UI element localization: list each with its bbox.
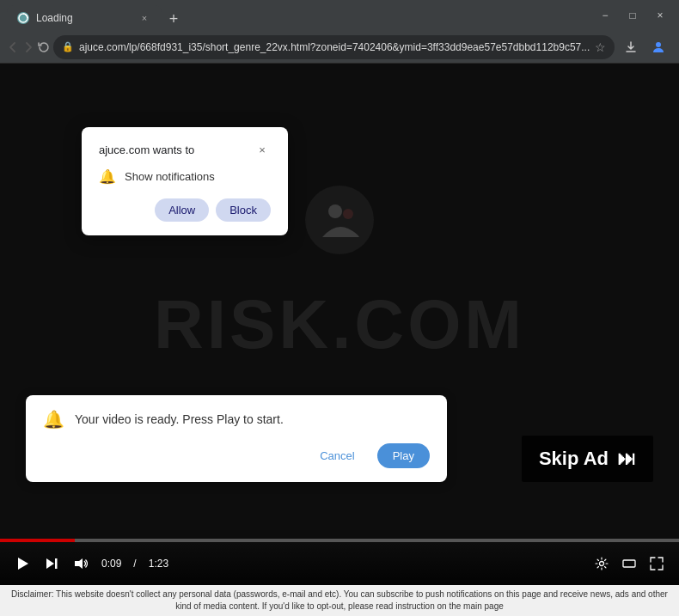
skip-ad-label: Skip Ad: [539, 448, 609, 470]
popup-header: ajuce.com wants to ×: [99, 141, 271, 158]
svg-point-11: [600, 562, 604, 566]
popup-title: ajuce.com wants to: [99, 143, 194, 156]
banner-bell-icon: 🔔: [43, 409, 64, 430]
logo-icon: [305, 186, 374, 254]
lock-icon: 🔒: [62, 41, 74, 52]
popup-buttons: Allow Block: [99, 198, 271, 222]
profile-button[interactable]: [645, 34, 671, 60]
video-controls: 0:09 / 1:23: [0, 542, 679, 585]
navigation-bar: 🔒 ajuce.com/lp/668fd931_i35/short_genre_…: [0, 31, 679, 64]
address-bar[interactable]: 🔒 ajuce.com/lp/668fd931_i35/short_genre_…: [53, 35, 615, 59]
banner-message: Your video is ready. Press Play to start…: [75, 412, 284, 426]
svg-rect-9: [55, 558, 58, 569]
tab-close-button[interactable]: ×: [138, 11, 151, 25]
active-tab[interactable]: Loading ×: [7, 5, 162, 31]
next-track-button[interactable]: [40, 552, 64, 576]
close-window-button[interactable]: ×: [648, 3, 672, 27]
popup-close-button[interactable]: ×: [254, 141, 271, 158]
title-bar: Loading × + − □ ×: [0, 0, 679, 31]
tab-title: Loading: [36, 12, 131, 24]
notification-message: Show notifications: [125, 170, 215, 183]
tab-bar: Loading × +: [7, 0, 593, 31]
browser-window: Loading × + − □ × 🔒 ajuce.com/lp/668fd93…: [0, 0, 679, 616]
minimize-button[interactable]: −: [593, 3, 617, 27]
download-button[interactable]: [618, 34, 644, 60]
notification-bell-icon: 🔔: [99, 168, 116, 185]
disclaimer-bar: Disclaimer: This website doesn't collect…: [0, 585, 679, 616]
time-current: 0:09: [101, 558, 121, 570]
nav-right-icons: [618, 34, 679, 60]
cancel-button[interactable]: Cancel: [304, 443, 370, 468]
video-notification-banner: 🔔 Your video is ready. Press Play to sta…: [26, 395, 447, 482]
watermark-text: RISK.COM: [154, 285, 525, 364]
theater-mode-button[interactable]: [617, 552, 641, 576]
new-tab-button[interactable]: +: [162, 7, 186, 31]
svg-marker-7: [18, 558, 28, 570]
page-content: RISK.COM ajuce.com wants to × 🔔 Show not…: [0, 64, 679, 585]
maximize-button[interactable]: □: [621, 3, 645, 27]
watermark-logo: [305, 186, 374, 254]
popup-notification-row: 🔔 Show notifications: [99, 168, 271, 185]
disclaimer-text: Disclaimer: This website doesn't collect…: [11, 589, 668, 611]
svg-marker-10: [75, 558, 83, 569]
time-total: 1:23: [149, 558, 168, 570]
fullscreen-button[interactable]: [645, 552, 669, 576]
skip-ad-button[interactable]: Skip Ad ⏭: [522, 436, 653, 482]
skip-ad-icon: ⏭: [617, 448, 636, 470]
svg-rect-12: [623, 560, 635, 567]
block-button[interactable]: Block: [216, 198, 271, 222]
menu-button[interactable]: [673, 34, 679, 60]
time-separator: /: [133, 558, 136, 570]
settings-button[interactable]: [590, 552, 614, 576]
volume-button[interactable]: [69, 552, 93, 576]
reload-button[interactable]: [38, 34, 50, 60]
notification-popup: ajuce.com wants to × 🔔 Show notification…: [82, 127, 288, 235]
svg-point-5: [328, 204, 342, 218]
play-pause-button[interactable]: [10, 552, 34, 576]
banner-content: 🔔 Your video is ready. Press Play to sta…: [43, 409, 430, 430]
right-controls: [590, 552, 669, 576]
play-button[interactable]: Play: [377, 443, 430, 468]
svg-marker-8: [46, 558, 54, 569]
forward-button[interactable]: [22, 34, 34, 60]
window-controls: − □ ×: [593, 3, 672, 27]
allow-button[interactable]: Allow: [155, 198, 209, 222]
url-text: ajuce.com/lp/668fd931_i35/short_genre_22…: [79, 41, 590, 53]
tab-favicon: [17, 12, 29, 24]
banner-buttons: Cancel Play: [43, 443, 430, 468]
bookmark-icon[interactable]: ☆: [595, 40, 606, 54]
svg-point-1: [656, 42, 661, 47]
svg-point-6: [343, 209, 353, 219]
back-button[interactable]: [7, 34, 19, 60]
